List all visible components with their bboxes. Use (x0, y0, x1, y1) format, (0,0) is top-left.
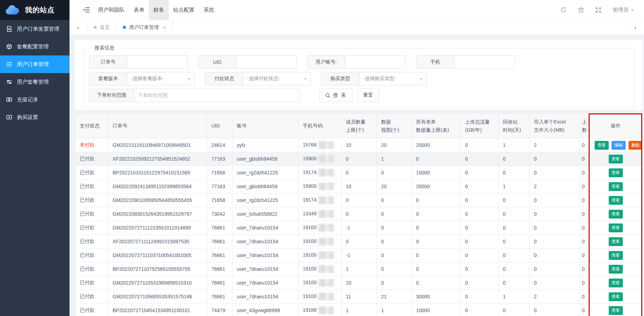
delete-button[interactable]: 删除 (628, 141, 642, 150)
status-badge: 已付款 (80, 266, 95, 272)
cell-order_no: GM20220727110531989856515310 (113, 280, 192, 286)
fullscreen-icon[interactable] (595, 7, 601, 13)
cell-members: 1 (346, 308, 349, 313)
top-menu-item-2[interactable]: 财务 (149, 0, 169, 20)
sidebar-item-2[interactable]: 用户订单管理 (0, 55, 70, 73)
table-row-10: 已付款GM2022072711053198985651531076861user… (76, 276, 643, 290)
view-button[interactable]: 查看 (609, 182, 623, 191)
view-button[interactable]: 查看 (609, 210, 623, 219)
cell-clipped: 0 (582, 266, 585, 272)
tab-0[interactable]: 首页 (87, 20, 116, 35)
view-button[interactable]: 查看 (609, 237, 623, 246)
sidebar-item-1[interactable]: 套餐配置管理 (0, 38, 70, 55)
view-button[interactable]: 查看 (609, 279, 623, 287)
tabs-scroll-left-icon[interactable]: ‹ (70, 20, 87, 35)
cell-phone-prefix: 19188 (303, 307, 317, 313)
order-no-input[interactable] (127, 56, 187, 68)
cell-traffic: 0 (465, 252, 468, 258)
sidebar-item-5[interactable]: 购买设置 (0, 108, 70, 126)
cell-form_limit: 0 (416, 239, 419, 244)
view-button[interactable]: 查看 (609, 155, 623, 163)
cell-clipped: 0 (582, 156, 585, 162)
tabs-scroll-right-icon[interactable]: › (626, 20, 644, 35)
purchase-type-value: -选择购买类型- (360, 72, 416, 85)
top-menu-item-4[interactable]: 系统 (199, 0, 219, 20)
cell-excel: 0 (534, 170, 537, 175)
cell-clipped: 0 (582, 142, 585, 148)
orders-table: 支付状态订单号UID账号手机号码成员数量上限(个)数据视图(个)所有表单数据量上… (75, 113, 642, 316)
blurred-phone-digits (318, 196, 334, 204)
phone-input[interactable] (455, 56, 514, 68)
cell-form_limit: 0 (416, 211, 419, 217)
cell-form_limit: 0 (416, 197, 419, 203)
column-header-1: 订单号 (108, 114, 207, 138)
view-button[interactable]: 查看 (609, 251, 623, 260)
sidebar-item-3[interactable]: 用户套餐管理 (0, 73, 70, 91)
cloud-logo-icon (4, 5, 22, 16)
uid-input[interactable] (236, 56, 296, 68)
cell-traffic: 0 (465, 170, 468, 175)
reset-button[interactable]: 重置 (357, 89, 379, 102)
edit-button[interactable]: 编辑 (612, 141, 626, 150)
cell-recycle: 0 (503, 266, 506, 272)
cell-form_limit: 0 (416, 252, 419, 258)
tab-status-dot (123, 26, 126, 29)
trash-icon[interactable] (578, 7, 584, 13)
cell-members: -1 (346, 225, 350, 231)
uid-field: UID (198, 55, 297, 69)
sidebar-item-0[interactable]: 用户订单发票管理 (0, 20, 70, 38)
cell-clipped: 0 (582, 197, 585, 203)
cell-account: user_gbisbh84459 (237, 184, 277, 189)
view-button[interactable]: 查看 (609, 306, 623, 315)
view-button[interactable]: 查看 (609, 196, 623, 205)
cell-clipped: 0 (582, 280, 585, 286)
cell-account: user_7draeu10154 (237, 239, 278, 244)
sidebar-item-4[interactable]: 充值记录 (0, 91, 70, 108)
top-menu-item-0[interactable]: 用户和团队 (94, 0, 129, 20)
order-no-field: 订单号 (89, 55, 188, 69)
payment-status-value: -选择付款状态- (243, 72, 300, 85)
cell-traffic: 0 (465, 156, 468, 162)
column-header-7: 所有表单数据量上限(条) (412, 114, 461, 138)
view-button[interactable]: 查看 (595, 141, 609, 150)
refresh-icon[interactable] (560, 7, 567, 13)
view-button[interactable]: 查看 (609, 292, 623, 301)
cell-recycle: 0 (503, 239, 506, 244)
status-badge: 已付款 (80, 169, 95, 175)
cell-form_limit: 0 (416, 156, 419, 162)
cell-phone-prefix: 13349 (303, 211, 317, 216)
recharge-record-icon (6, 96, 12, 103)
cell-traffic: 0 (465, 225, 468, 231)
user-account-input[interactable] (345, 56, 405, 68)
cell-excel: 0 (534, 266, 537, 272)
cell-form_limit: 0 (416, 266, 419, 272)
cell-views: 0 (381, 225, 384, 231)
view-button[interactable]: 查看 (609, 265, 623, 274)
purchase-type-select[interactable]: 购买类型 -选择购买类型- ▼ (321, 72, 427, 85)
tab-1[interactable]: 用户订单管理× (116, 20, 173, 35)
package-version-select[interactable]: 套餐版本 -选择套餐版本- ▼ (89, 72, 195, 85)
view-button[interactable]: 查看 (609, 223, 623, 232)
column-header-10: 导入单个Excel文件大小(MB) (530, 114, 580, 138)
blurred-phone-digits (318, 238, 334, 245)
cell-form_limit: 20000 (416, 142, 430, 148)
order-time-range-input[interactable] (134, 89, 300, 102)
top-menu-item-1[interactable]: 表单 (129, 0, 149, 20)
cell-uid: 77163 (211, 184, 225, 189)
cell-recycle: 1 (503, 142, 506, 148)
cell-uid: 76861 (211, 280, 225, 286)
user-menu[interactable]: 管理员 ▼ (613, 7, 634, 13)
table-row-3: 已付款GM2022092413495110299985356477163user… (76, 180, 643, 193)
cell-excel: 0 (534, 308, 537, 313)
search-button[interactable]: 搜 索 (319, 89, 353, 102)
top-menu-item-3[interactable]: 站点配置 (169, 0, 199, 20)
table-row-11: 已付款GM2022072710560553535157514876861user… (76, 290, 643, 304)
view-button[interactable]: 查看 (609, 168, 623, 177)
cell-views: 0 (381, 266, 384, 272)
payment-status-select[interactable]: 付款状态 -选择付款状态- ▼ (205, 72, 311, 85)
purchase-settings-icon (6, 114, 12, 120)
cell-clipped: 0 (582, 170, 585, 175)
cell-recycle: 0 (503, 252, 506, 258)
menu-fold-icon[interactable] (83, 7, 90, 13)
close-icon[interactable]: × (163, 25, 166, 30)
